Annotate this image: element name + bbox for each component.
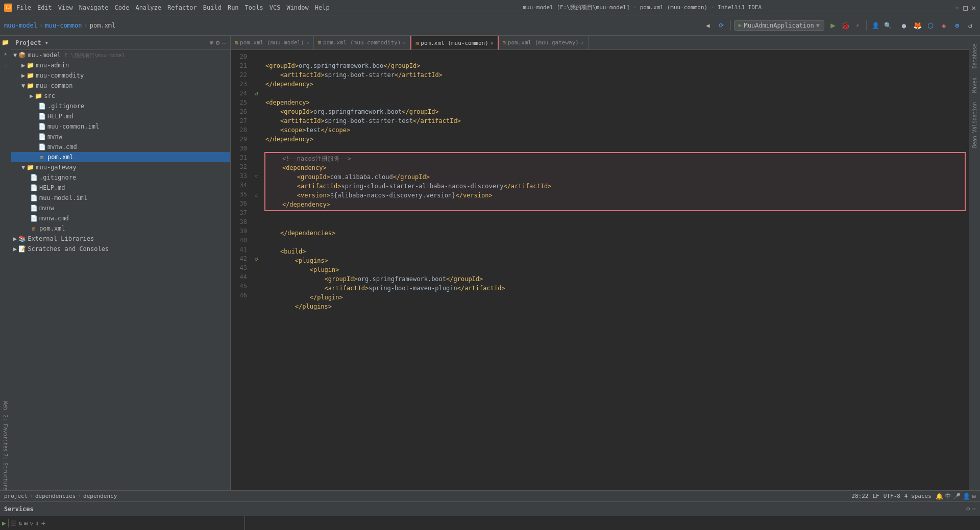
code-content[interactable]: <groupId>org.springframework.boo</groupI…: [261, 50, 969, 490]
tree-pom-gateway[interactable]: m pom.xml: [11, 223, 230, 234]
run-config-dropdown[interactable]: ▶ MuuAdminApplication ▼: [734, 20, 824, 31]
chrome-icon[interactable]: ●: [898, 20, 910, 31]
maximize-btn[interactable]: □: [963, 4, 967, 12]
run-config-chevron: ▼: [816, 22, 820, 29]
notification-icon[interactable]: 🔔: [936, 493, 943, 500]
maven-tab[interactable]: Maven: [971, 73, 978, 97]
tree-ext-libs[interactable]: ▶ 📚 External Libraries: [11, 234, 230, 244]
database-tab[interactable]: Database: [971, 40, 978, 72]
firefox-icon[interactable]: 🦊: [912, 20, 923, 31]
tab-close-gateway[interactable]: ✕: [581, 40, 584, 45]
project-header-label: Project ▾: [15, 39, 210, 46]
project-toggle-icon[interactable]: 📁: [1, 38, 10, 47]
gutter-fold-31[interactable]: ▽: [255, 173, 258, 179]
menu-build[interactable]: Build: [203, 4, 222, 11]
edge-icon[interactable]: ⬡: [925, 20, 936, 31]
tab-pom-model[interactable]: m pom.xml (muu-model) ✕: [231, 36, 314, 49]
menu-code[interactable]: Code: [115, 4, 130, 11]
services-btn2[interactable]: ⇅: [18, 520, 22, 527]
toolbar-profile-btn[interactable]: 👤: [870, 20, 881, 31]
structure-icon[interactable]: ≡: [1, 60, 10, 69]
tree-pom-common[interactable]: m pom.xml: [11, 152, 230, 162]
run-with-coverage-btn[interactable]: ⚡: [852, 20, 863, 31]
status-indent[interactable]: 4 spaces: [904, 493, 932, 499]
title-bar: IJ File Edit View Navigate Code Analyze …: [0, 0, 980, 15]
services-btn4[interactable]: ▽: [30, 520, 33, 527]
services-btn3[interactable]: ⊞: [24, 520, 28, 527]
toolbar-search-btn[interactable]: 🔍: [882, 20, 893, 31]
services-btn1[interactable]: ☰: [11, 520, 16, 527]
breadcrumb-nav: muu-model › muu-common › pom.xml: [4, 22, 115, 29]
status-grid-icon[interactable]: ⊞: [972, 493, 976, 500]
tab-close-common[interactable]: ✕: [491, 40, 494, 46]
status-line-col[interactable]: 28:22: [851, 493, 868, 499]
tree-muu-common[interactable]: ▼ 📁 muu-common: [11, 81, 230, 91]
favorites-bottom-icon[interactable]: 2: Favorites: [3, 415, 8, 451]
root-label: muu-model F:\我的项目\muu-model: [28, 52, 125, 59]
breadcrumb-module[interactable]: muu-model: [4, 22, 37, 29]
sync-icon[interactable]: ⊕: [210, 39, 214, 46]
favorites-icon[interactable]: ★: [1, 49, 10, 58]
panel-settings-icon[interactable]: ⚙: [966, 505, 970, 513]
collapse-icon[interactable]: −: [222, 39, 226, 47]
bean-validation-tab[interactable]: Bean Validation: [971, 98, 978, 152]
gutter-fold-35[interactable]: △: [255, 192, 258, 197]
close-btn[interactable]: ✕: [972, 4, 976, 12]
menu-file[interactable]: File: [16, 4, 31, 11]
web-icon[interactable]: Web: [3, 401, 8, 410]
tree-helpmd2[interactable]: 📄 HELP.md: [11, 183, 230, 193]
menu-vcs[interactable]: VCS: [270, 4, 281, 11]
tree-helpmd1[interactable]: 📄 HELP.md: [11, 111, 230, 121]
menu-analyze[interactable]: Analyze: [135, 4, 161, 11]
tree-mvnw-cmd2[interactable]: 📄 mvnw.cmd: [11, 213, 230, 223]
status-encoding[interactable]: UTF-8: [884, 493, 900, 499]
toolbar-settings-sync[interactable]: ⟳: [715, 19, 727, 32]
tree-muu-gateway[interactable]: ▼ 📁 muu-gateway: [11, 162, 230, 172]
menu-view[interactable]: View: [58, 4, 73, 11]
menu-tools[interactable]: Tools: [245, 4, 263, 11]
tree-model-iml[interactable]: 📄 muu-model.iml: [11, 193, 230, 203]
gear-icon[interactable]: ⚙: [216, 39, 220, 46]
menu-navigate[interactable]: Navigate: [79, 4, 109, 11]
menu-window[interactable]: Window: [286, 4, 308, 11]
status-line-sep[interactable]: LF: [872, 493, 879, 499]
status-user-icon[interactable]: 👤: [963, 493, 970, 500]
tree-mvnw1[interactable]: 📄 mvnw: [11, 132, 230, 142]
tab-close-model[interactable]: ✕: [306, 40, 309, 45]
status-chinese-mode[interactable]: 中: [945, 492, 951, 500]
menu-edit[interactable]: Edit: [37, 4, 52, 11]
run-btn[interactable]: ▶: [827, 20, 839, 31]
ie-icon[interactable]: ◈: [938, 20, 949, 31]
debug-btn[interactable]: 🐞: [840, 20, 851, 31]
tree-scratches[interactable]: ▶ 📝 Scratches and Consoles: [11, 244, 230, 254]
tree-muu-admin[interactable]: ▶ 📁 muu-admin: [11, 60, 230, 70]
panel-collapse-icon[interactable]: −: [972, 505, 976, 513]
tree-mvnw2[interactable]: 📄 mvnw: [11, 203, 230, 213]
safari-icon[interactable]: ⊕: [951, 20, 963, 31]
tree-muu-commodity[interactable]: ▶ 📁 muu-commodity: [11, 70, 230, 81]
tree-src[interactable]: ▶ 📁 src: [11, 91, 230, 101]
breadcrumb-module2[interactable]: muu-common: [45, 22, 82, 29]
tree-gitignore1[interactable]: 📄 .gitignore: [11, 101, 230, 111]
status-mic-icon[interactable]: 🎤: [953, 493, 961, 500]
tab-pom-common[interactable]: m pom.xml (muu-common) ✕: [410, 36, 499, 49]
menu-help[interactable]: Help: [315, 4, 330, 11]
menu-run[interactable]: Run: [228, 4, 239, 11]
tree-common-iml[interactable]: 📄 muu-common.iml: [11, 121, 230, 132]
gutter-reload-44[interactable]: ↺: [254, 255, 258, 262]
tree-gitignore2[interactable]: 📄 .gitignore: [11, 172, 230, 183]
tab-pom-gateway[interactable]: m pom.xml (muu-gateway) ✕: [499, 36, 589, 49]
tab-close-commodity[interactable]: ✕: [403, 40, 406, 45]
reload-browser-icon[interactable]: ↺: [965, 20, 976, 31]
tab-pom-commodity[interactable]: m pom.xml (muu-commodity) ✕: [314, 36, 410, 49]
services-run-btn[interactable]: ▶: [2, 519, 6, 527]
services-add-btn[interactable]: +: [41, 519, 45, 527]
minimize-btn[interactable]: −: [955, 4, 959, 12]
structure-bottom-icon[interactable]: 7: Structure: [3, 453, 8, 490]
toolbar-nav-back[interactable]: ◀: [702, 19, 714, 32]
tree-root[interactable]: ▼ 📦 muu-model F:\我的项目\muu-model: [11, 50, 230, 60]
services-btn5[interactable]: ↕: [36, 520, 39, 527]
tree-mvnw-cmd1[interactable]: 📄 mvnw.cmd: [11, 142, 230, 152]
gutter-reload-24[interactable]: ↺: [254, 90, 258, 97]
menu-refactor[interactable]: Refactor: [167, 4, 197, 11]
